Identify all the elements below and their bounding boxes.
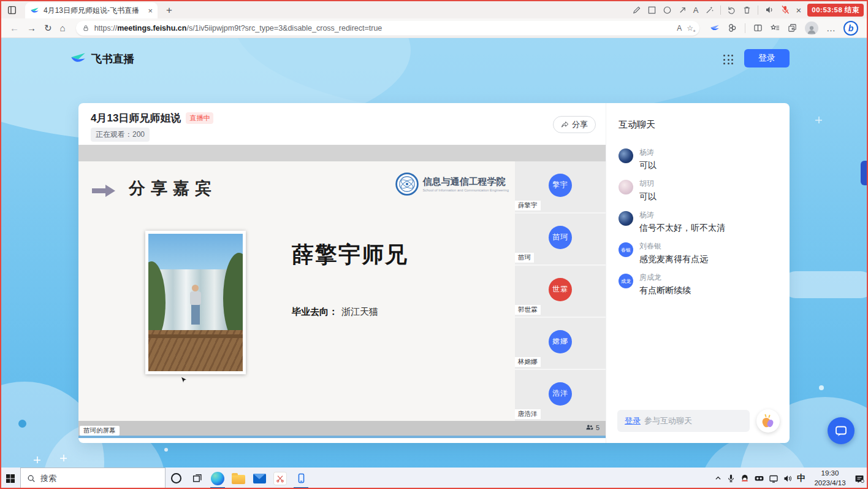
collections-icon[interactable] [788, 23, 797, 33]
tab-bar: 4月13日师兄师姐说-飞书直播 × + A × 00:53:58 结束 [1, 1, 867, 18]
participant-name: 苗珂 [515, 253, 534, 263]
guest-name: 薛擎宇师兄 [292, 240, 408, 270]
shared-screen-label: 苗珂的屏幕 [80, 426, 120, 436]
bing-chat-icon[interactable]: b [843, 21, 858, 36]
taskbar-search[interactable]: 搜索 [20, 468, 166, 489]
org-logo-block: 信息与通信工程学院 School of Information and Comm… [395, 172, 509, 196]
chat-message-text: 感觉麦离得有点远 [639, 253, 708, 264]
your-phone-button[interactable] [291, 468, 311, 489]
date: 2023/4/13 [810, 479, 850, 488]
address-bar[interactable]: https://meetings.feishu.cn/s/1iv5iipwjpm… [76, 21, 699, 36]
feishu-extension-icon[interactable] [710, 23, 720, 33]
url-text: https://meetings.feishu.cn/s/1iv5iipwjpm… [94, 24, 672, 33]
chat-user-name: 胡玥 [639, 179, 657, 189]
edge-taskbar-button[interactable] [207, 468, 228, 489]
forward-icon[interactable]: → [27, 23, 36, 33]
chat-user-name: 杨涛 [639, 210, 725, 220]
sidebar-handle[interactable] [861, 161, 868, 185]
mail-icon [253, 474, 266, 483]
user-avatar [619, 211, 633, 226]
edge-icon [211, 472, 224, 485]
video-player[interactable]: 分享嘉宾 信息与通信工程学院 School of Information and… [78, 145, 606, 438]
dot-decoration [18, 420, 26, 428]
new-tab-button[interactable]: + [166, 5, 172, 15]
trash-icon[interactable] [742, 6, 752, 15]
participant-name: 林嫦娜 [515, 357, 541, 367]
display-icon[interactable] [769, 474, 779, 483]
share-button[interactable]: 分享 [553, 116, 596, 133]
cortana-button[interactable] [166, 468, 186, 489]
slide-heading: 分享嘉宾 [129, 177, 217, 199]
chat-message: 春银 刘春银感觉麦离得有点远 [619, 241, 782, 264]
chat-login-link[interactable]: 登录 [625, 415, 641, 426]
recording-timer-end-button[interactable]: 00:53:58 结束 [807, 4, 864, 17]
live-badge: 直播中 [186, 112, 213, 124]
clap-reaction-button[interactable] [756, 409, 780, 433]
chat-title: 互动聊天 [619, 119, 655, 131]
workspaces-icon[interactable] [7, 5, 17, 15]
back-icon[interactable]: ← [10, 23, 19, 33]
brand-name: 飞书直播 [91, 52, 134, 66]
tab-title: 4月13日师兄师姐说-飞书直播 [44, 6, 143, 16]
chat-input-placeholder: 参与互动聊天 [644, 415, 692, 426]
graduation-destination: 毕业去向：浙江天猫 [292, 306, 378, 318]
refresh-icon[interactable]: ↻ [44, 23, 52, 33]
chat-bubble-icon [834, 423, 848, 438]
favorites-icon[interactable] [771, 23, 780, 33]
guest-photo [145, 231, 246, 374]
browser-essentials-icon[interactable] [728, 23, 737, 33]
bullet-arrow-icon [91, 183, 116, 198]
apps-grid-icon[interactable] [723, 55, 734, 65]
microphone-tray-icon[interactable] [726, 474, 736, 483]
share-icon [561, 121, 569, 129]
speaker-icon[interactable] [764, 5, 774, 15]
chat-input[interactable]: 登录 参与互动聊天 [617, 410, 750, 432]
feishu-live-page: 飞书直播 登录 4月13日师兄师姐说 直播中 正在观看：200 分享 分享嘉宾 [0, 38, 868, 468]
favorite-add-icon[interactable]: ☆+ [687, 24, 693, 33]
arrow-tool-icon[interactable] [678, 6, 687, 15]
notification-center-icon[interactable] [855, 474, 864, 483]
tab-close-icon[interactable]: × [148, 7, 153, 15]
chat-message-text: 可以 [639, 191, 657, 202]
toolbar-divider [758, 6, 758, 15]
navbar-divider [745, 23, 745, 33]
taskbar-clock[interactable]: 19:30 2023/4/13 [810, 469, 850, 488]
ime-indicator[interactable]: 中 [797, 473, 805, 484]
read-aloud-icon[interactable]: A [677, 24, 682, 33]
task-view-button[interactable] [186, 468, 207, 489]
snip-tool-button[interactable] [270, 468, 291, 489]
undo-icon[interactable] [727, 6, 736, 15]
recorder-icon[interactable] [754, 473, 764, 483]
search-icon [27, 474, 36, 483]
customer-service-button[interactable] [828, 417, 855, 444]
file-explorer-button[interactable] [228, 468, 249, 489]
start-button[interactable] [0, 468, 20, 489]
pen-tool-icon[interactable] [632, 6, 641, 15]
qq-icon[interactable] [740, 474, 750, 483]
chat-message-text: 可以 [639, 160, 657, 171]
participant-avatar: 嫦娜 [549, 329, 572, 353]
time: 19:30 [810, 469, 850, 479]
split-screen-icon[interactable] [753, 23, 763, 33]
hidden-icons-chevron[interactable] [714, 474, 722, 482]
profile-avatar[interactable] [805, 21, 818, 35]
rectangle-tool-icon[interactable] [647, 6, 657, 15]
plus-decoration [34, 456, 40, 463]
user-avatar [619, 180, 633, 194]
laser-tool-icon[interactable] [705, 6, 714, 15]
user-avatar [619, 148, 633, 163]
player-progress-bar[interactable] [78, 436, 606, 438]
more-menu-icon[interactable]: … [826, 23, 836, 33]
browser-tab[interactable]: 4月13日师兄师姐说-飞书直播 × [25, 2, 158, 18]
login-button[interactable]: 登录 [744, 49, 790, 67]
mail-button[interactable] [249, 468, 270, 489]
microphone-muted-icon[interactable] [780, 5, 790, 15]
participant-count: 5 [585, 423, 600, 431]
text-tool-icon[interactable]: A [693, 6, 699, 15]
home-icon[interactable]: ⌂ [60, 23, 66, 33]
volume-icon[interactable] [783, 474, 793, 483]
user-avatar: 成龙 [619, 274, 633, 288]
ellipse-tool-icon[interactable] [663, 6, 672, 15]
participant-tile: 擎宇 薛擎宇 [515, 161, 606, 214]
close-annotation-icon[interactable]: × [796, 5, 802, 15]
